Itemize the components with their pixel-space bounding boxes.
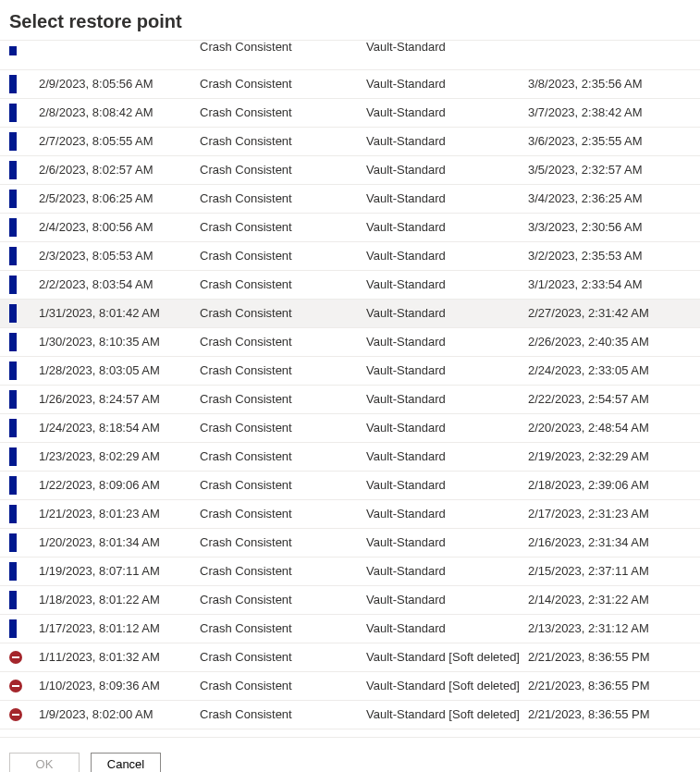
table-row[interactable]: 1/19/2023, 8:07:11 AMCrash ConsistentVau… xyxy=(0,557,700,585)
expiry-cell: 2/24/2023, 2:33:05 AM xyxy=(528,356,700,385)
time-cell: 2/3/2023, 8:05:53 AM xyxy=(33,241,200,270)
consistency-cell: Crash Consistent xyxy=(200,557,366,585)
table-row[interactable]: 2/2/2023, 8:03:54 AMCrash ConsistentVaul… xyxy=(0,270,700,299)
expiry-cell: 2/26/2023, 2:40:35 AM xyxy=(528,327,700,356)
tier-cell: Vault-Standard xyxy=(366,471,528,499)
status-bar-icon xyxy=(9,505,17,523)
table-row[interactable]: 1/22/2023, 8:09:06 AMCrash ConsistentVau… xyxy=(0,471,700,499)
table-row[interactable]: 2/9/2023, 8:05:56 AMCrash ConsistentVaul… xyxy=(0,69,700,98)
time-cell: 1/26/2023, 8:24:57 AM xyxy=(33,385,200,413)
table-row[interactable]: 1/21/2023, 8:01:23 AMCrash ConsistentVau… xyxy=(0,499,700,528)
consistency-cell: Crash Consistent xyxy=(200,241,366,270)
expiry-cell: 2/15/2023, 2:37:11 AM xyxy=(528,557,700,585)
expiry-cell: 2/13/2023, 2:31:12 AM xyxy=(528,614,700,643)
time-cell: 1/23/2023, 8:02:29 AM xyxy=(33,442,200,471)
tier-cell: Vault-Standard xyxy=(366,41,446,54)
status-bar-icon xyxy=(9,533,17,552)
tier-cell: Vault-Standard xyxy=(366,98,528,127)
status-bar-icon xyxy=(9,361,17,380)
consistency-cell: Crash Consistent xyxy=(200,327,366,356)
status-bar-icon xyxy=(9,476,17,495)
consistency-cell: Crash Consistent xyxy=(200,69,366,98)
table-row[interactable]: 1/23/2023, 8:02:29 AMCrash ConsistentVau… xyxy=(0,442,700,471)
table-row[interactable]: 2/8/2023, 8:08:42 AMCrash ConsistentVaul… xyxy=(0,98,700,127)
expiry-cell: 2/21/2023, 8:36:55 PM xyxy=(528,643,700,671)
consistency-cell: Crash Consistent xyxy=(200,499,366,528)
table-row[interactable]: 1/18/2023, 8:01:22 AMCrash ConsistentVau… xyxy=(0,585,700,614)
table-row[interactable]: 1/26/2023, 8:24:57 AMCrash ConsistentVau… xyxy=(0,385,700,413)
tier-cell: Vault-Standard xyxy=(366,356,528,385)
consistency-cell: Crash Consistent xyxy=(200,585,366,614)
table-row[interactable]: 1/24/2023, 8:18:54 AMCrash ConsistentVau… xyxy=(0,413,700,442)
time-cell: 2/2/2023, 8:03:54 AM xyxy=(33,270,200,299)
table-row[interactable]: 2/5/2023, 8:06:25 AMCrash ConsistentVaul… xyxy=(0,184,700,213)
consistency-cell: Crash Consistent xyxy=(200,155,366,184)
soft-deleted-icon xyxy=(9,680,22,692)
consistency-cell: Crash Consistent xyxy=(200,671,366,700)
table-row[interactable]: 1/10/2023, 8:09:36 AMCrash ConsistentVau… xyxy=(0,671,700,700)
time-cell: 1/31/2023, 8:01:42 AM xyxy=(33,299,200,327)
restore-points-table: Crash Consistent Vault-Standard 2/9/2023… xyxy=(0,41,700,729)
consistency-cell: Crash Consistent xyxy=(200,270,366,299)
table-row[interactable]: 2/3/2023, 8:05:53 AMCrash ConsistentVaul… xyxy=(0,241,700,270)
status-bar-icon xyxy=(9,132,17,151)
expiry-cell: 3/3/2023, 2:30:56 AM xyxy=(528,213,700,241)
soft-deleted-icon xyxy=(9,708,22,721)
tier-cell: Vault-Standard xyxy=(366,184,528,213)
consistency-cell: Crash Consistent xyxy=(200,385,366,413)
tier-cell: Vault-Standard xyxy=(366,585,528,614)
table-row[interactable]: 1/30/2023, 8:10:35 AMCrash ConsistentVau… xyxy=(0,327,700,356)
expiry-cell: 3/1/2023, 2:33:54 AM xyxy=(528,270,700,299)
expiry-cell: 3/2/2023, 2:35:53 AM xyxy=(528,241,700,270)
tier-cell: Vault-Standard xyxy=(366,528,528,557)
table-row[interactable]: 1/31/2023, 8:01:42 AMCrash ConsistentVau… xyxy=(0,299,700,327)
expiry-cell: 2/18/2023, 2:39:06 AM xyxy=(528,471,700,499)
status-bar-icon xyxy=(9,46,17,55)
status-bar-icon xyxy=(9,161,17,179)
tier-cell: Vault-Standard [Soft deleted] xyxy=(366,700,528,729)
table-row[interactable]: 2/7/2023, 8:05:55 AMCrash ConsistentVaul… xyxy=(0,127,700,155)
cancel-button[interactable]: Cancel xyxy=(91,753,161,773)
tier-cell: Vault-Standard xyxy=(366,127,528,155)
time-cell: 1/28/2023, 8:03:05 AM xyxy=(33,356,200,385)
time-cell: 1/18/2023, 8:01:22 AM xyxy=(33,585,200,614)
tier-cell: Vault-Standard xyxy=(366,557,528,585)
time-cell: 1/19/2023, 8:07:11 AM xyxy=(33,557,200,585)
table-row[interactable]: 2/6/2023, 8:02:57 AMCrash ConsistentVaul… xyxy=(0,155,700,184)
table-row[interactable]: 1/17/2023, 8:01:12 AMCrash ConsistentVau… xyxy=(0,614,700,643)
ok-button[interactable]: OK xyxy=(9,753,80,773)
tier-cell: Vault-Standard xyxy=(366,385,528,413)
status-bar-icon xyxy=(9,190,17,208)
table-row[interactable]: 1/20/2023, 8:01:34 AMCrash ConsistentVau… xyxy=(0,528,700,557)
time-cell: 1/30/2023, 8:10:35 AM xyxy=(33,327,200,356)
expiry-cell: 2/19/2023, 2:32:29 AM xyxy=(528,442,700,471)
expiry-cell: 2/21/2023, 8:36:55 PM xyxy=(528,671,700,700)
status-bar-icon xyxy=(9,247,17,265)
time-cell: 1/20/2023, 8:01:34 AM xyxy=(33,528,200,557)
table-row-partial[interactable]: Crash Consistent Vault-Standard xyxy=(0,41,700,69)
status-bar-icon xyxy=(9,447,17,466)
tier-cell: Vault-Standard [Soft deleted] xyxy=(366,643,528,671)
table-row[interactable]: 1/9/2023, 8:02:00 AMCrash ConsistentVaul… xyxy=(0,700,700,729)
tier-cell: Vault-Standard xyxy=(366,499,528,528)
time-cell: 2/7/2023, 8:05:55 AM xyxy=(33,127,200,155)
consistency-cell: Crash Consistent xyxy=(200,98,366,127)
table-row[interactable]: 1/11/2023, 8:01:32 AMCrash ConsistentVau… xyxy=(0,643,700,671)
expiry-cell: 3/8/2023, 2:35:56 AM xyxy=(528,69,700,98)
time-cell: 1/11/2023, 8:01:32 AM xyxy=(33,643,200,671)
time-cell: 1/22/2023, 8:09:06 AM xyxy=(33,471,200,499)
consistency-cell: Crash Consistent xyxy=(200,299,366,327)
status-bar-icon xyxy=(9,619,17,638)
status-bar-icon xyxy=(9,562,17,581)
consistency-cell: Crash Consistent xyxy=(200,127,366,155)
tier-cell: Vault-Standard xyxy=(366,270,528,299)
expiry-cell: 3/4/2023, 2:36:25 AM xyxy=(528,184,700,213)
consistency-cell: Crash Consistent xyxy=(200,700,366,729)
time-cell: 1/24/2023, 8:18:54 AM xyxy=(33,413,200,442)
table-row[interactable]: 1/28/2023, 8:03:05 AMCrash ConsistentVau… xyxy=(0,356,700,385)
status-bar-icon xyxy=(9,333,17,351)
tier-cell: Vault-Standard xyxy=(366,327,528,356)
expiry-cell: 3/7/2023, 2:38:42 AM xyxy=(528,98,700,127)
table-row[interactable]: 2/4/2023, 8:00:56 AMCrash ConsistentVaul… xyxy=(0,213,700,241)
time-cell: 1/17/2023, 8:01:12 AM xyxy=(33,614,200,643)
